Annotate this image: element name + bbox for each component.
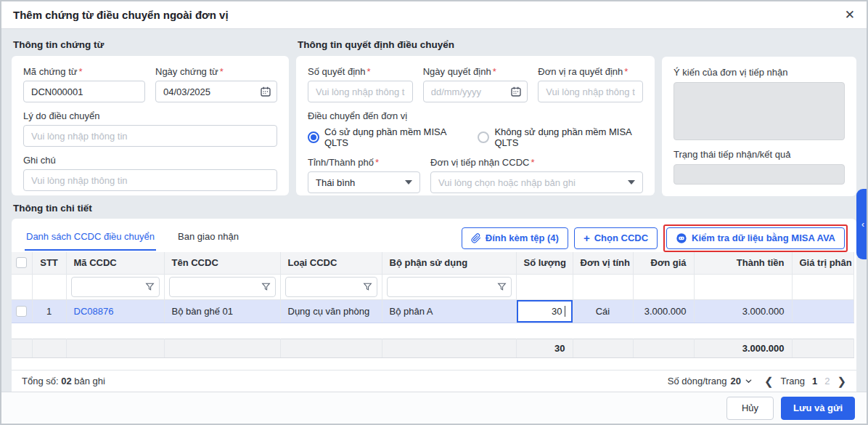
cell-stt: 1	[32, 299, 66, 323]
radio-has-qlts-label: Có sử dụng phần mềm MISA QLTS	[324, 126, 459, 148]
page-2[interactable]: 2	[824, 376, 830, 386]
decision-number-input[interactable]	[308, 81, 413, 102]
filter-icon[interactable]	[261, 282, 271, 291]
tab-ccdc-list[interactable]: Danh sách CCDC điều chuyển	[25, 225, 156, 251]
page-1[interactable]: 1	[812, 376, 817, 386]
rows-per-page-label: Số dòng/trang	[668, 376, 727, 386]
col-header-thanh-tien: Thành tiền	[694, 252, 792, 274]
filter-icon[interactable]	[145, 282, 155, 291]
cell-gia-tri-phan	[792, 299, 853, 323]
opinion-label: Ý kiến của đơn vị tiếp nhận	[673, 67, 845, 78]
receiver-select[interactable]: Vui lòng chọn hoặc nhập bản ghi	[430, 171, 643, 193]
required-marker: *	[220, 66, 224, 77]
cell-ten-ccdc: Bộ bàn ghế 01	[164, 299, 280, 323]
col-header-ten-ccdc: Tên CCDC	[164, 252, 280, 274]
select-all-checkbox[interactable]	[16, 257, 27, 268]
document-section-title: Thông tin chứng từ	[12, 35, 289, 56]
misa-ava-check-button[interactable]: Kiểm tra dữ liệu bằng MISA AVA	[666, 227, 845, 249]
receive-status-disabled	[673, 164, 845, 185]
required-marker: *	[531, 157, 534, 168]
receive-status-label: Trạng thái tiếp nhận/kết quả	[673, 149, 845, 160]
filter-icon[interactable]	[363, 282, 372, 291]
radio-has-qlts[interactable]: Có sử dụng phần mềm MISA QLTS	[308, 126, 459, 148]
tab-handover[interactable]: Ban giao nhận	[176, 225, 240, 251]
col-header-ma-ccdc: Mã CCDC	[66, 252, 164, 274]
rows-per-page-select[interactable]: Số dòng/trang 20	[668, 376, 753, 386]
total-records-count: 02	[61, 376, 71, 386]
ccdc-table-wrap: STT Mã CCDC Tên CCDC Loại CCDC Bộ phận s…	[12, 252, 856, 392]
text-cursor	[565, 306, 565, 317]
radio-no-qlts[interactable]: Không sử dụng phần mềm MISA QLTS	[478, 126, 643, 148]
spacer-row	[12, 323, 853, 339]
quantity-input[interactable]: 30	[517, 300, 573, 323]
note-label: Ghi chú	[23, 155, 277, 166]
plus-icon: +	[584, 232, 590, 244]
collapse-panel-handle[interactable]: ‹	[856, 189, 868, 259]
province-select[interactable]: Thái bình	[308, 171, 420, 193]
province-value: Thái bình	[316, 177, 355, 188]
ccdc-table: STT Mã CCDC Tên CCDC Loại CCDC Bộ phận s…	[12, 252, 854, 358]
save-and-send-button[interactable]: Lưu và gửi	[781, 397, 855, 420]
total-thanh-tien: 3.000.000	[694, 339, 792, 357]
filter-ma-ccdc[interactable]	[71, 277, 160, 297]
doc-date-input[interactable]	[155, 81, 277, 102]
next-page-icon[interactable]: ❯	[837, 376, 846, 386]
document-info-card: Mã chứng từ* Ngày chứng từ*	[12, 56, 289, 195]
receiver-placeholder: Vui lòng chọn hoặc nhập bản ghi	[438, 177, 576, 188]
receiver-label: Đơn vị tiếp nhận CCDC*	[430, 157, 643, 168]
col-header-bo-phan: Bộ phận sử dụng	[382, 252, 516, 274]
pagination: Số dòng/trang 20 ❮ Trang 1 2 ❯	[668, 376, 846, 386]
cell-thanh-tien: 3.000.000	[694, 299, 792, 323]
close-icon[interactable]: ✕	[845, 9, 855, 21]
reason-label: Lý do điều chuyển	[23, 110, 277, 121]
required-marker: *	[493, 66, 496, 77]
note-input[interactable]	[23, 169, 277, 191]
required-marker: *	[367, 66, 371, 77]
chevron-down-icon	[405, 180, 412, 185]
radio-unselected-icon	[478, 131, 489, 143]
receiving-card: Ý kiến của đơn vị tiếp nhận Trạng thái t…	[662, 57, 856, 196]
bottom-action-bar: Hủy Lưu và gửi	[1, 392, 867, 424]
filter-loai-ccdc[interactable]	[285, 277, 377, 297]
cell-bo-phan: Bộ phân A	[382, 299, 516, 323]
doc-code-input[interactable]	[23, 81, 145, 102]
cell-don-gia: 3.000.000	[633, 299, 694, 323]
radio-no-qlts-label: Không sử dụng phần mềm MISA QLTS	[494, 126, 643, 148]
reason-input[interactable]	[23, 125, 277, 147]
radio-selected-icon	[308, 131, 319, 143]
cell-loai-ccdc: Dụng cụ văn phòng	[280, 299, 382, 323]
detail-tabbar: Danh sách CCDC điều chuyển Ban giao nhận…	[12, 219, 856, 252]
calendar-icon[interactable]	[260, 86, 271, 97]
doc-date-label: Ngày chứng từ*	[155, 66, 277, 77]
header-row: STT Mã CCDC Tên CCDC Loại CCDC Bộ phận s…	[12, 252, 853, 274]
required-marker: *	[375, 157, 379, 168]
table-row[interactable]: 1 DC08876 Bộ bàn ghế 01 Dụng cụ văn phòn…	[12, 299, 853, 323]
filter-bo-phan[interactable]	[387, 277, 512, 297]
col-header-don-vi-tinh: Đơn vị tính	[573, 252, 633, 274]
cancel-button[interactable]: Hủy	[726, 397, 774, 420]
total-so-luong: 30	[516, 339, 573, 357]
decision-issuer-input[interactable]	[538, 81, 643, 102]
modal-title: Thêm chứng từ điều chuyển ngoài đơn vị	[13, 9, 229, 21]
total-records: Tổng số: 02 bản ghi	[22, 376, 105, 386]
add-transfer-document-modal: Thêm chứng từ điều chuyển ngoài đơn vị ✕…	[0, 0, 868, 425]
province-label: Tỉnh/Thành phố*	[308, 157, 420, 168]
doc-code-label: Mã chứng từ*	[23, 66, 145, 77]
calendar-icon[interactable]	[510, 86, 522, 97]
ccdc-code-link[interactable]: DC08876	[74, 306, 114, 317]
choose-ccdc-button[interactable]: + Chọn CCDC	[574, 227, 658, 249]
chevron-left-icon: ‹	[861, 219, 864, 230]
rows-per-page-value: 20	[730, 376, 740, 386]
col-header-loai-ccdc: Loại CCDC	[280, 252, 382, 274]
modal-body: Thông tin chứng từ Mã chứng từ* Ngày chứ…	[1, 29, 867, 392]
filter-ten-ccdc[interactable]	[169, 277, 276, 297]
prev-page-icon[interactable]: ❮	[764, 376, 774, 386]
attach-files-button[interactable]: Đính kèm tệp (4)	[462, 227, 568, 249]
row-checkbox[interactable]	[16, 306, 27, 317]
top-form-row: Thông tin chứng từ Mã chứng từ* Ngày chứ…	[12, 35, 856, 196]
col-header-stt: STT	[32, 252, 66, 274]
robot-icon	[676, 232, 687, 244]
filter-icon[interactable]	[497, 282, 507, 291]
receiving-column: Ý kiến của đơn vị tiếp nhận Trạng thái t…	[662, 35, 856, 196]
chevron-down-icon	[628, 180, 635, 185]
